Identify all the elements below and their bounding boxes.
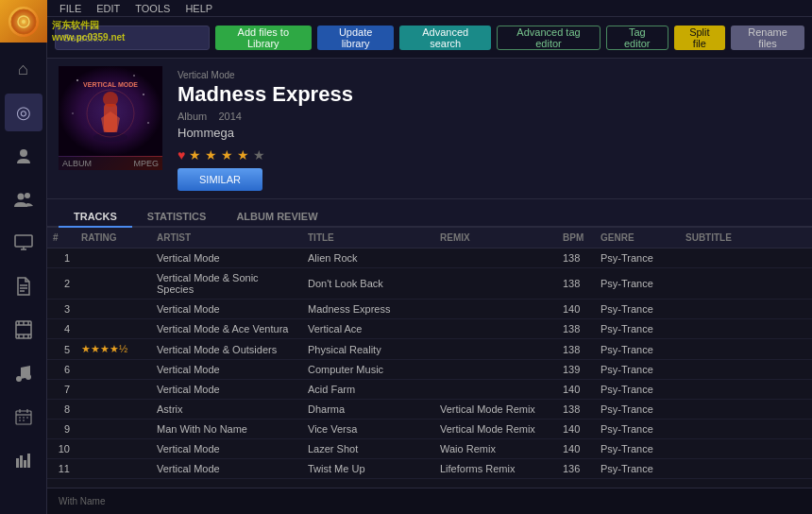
col-genre: GENRE (595, 228, 680, 248)
tab-statistics[interactable]: STATISTICS (132, 207, 222, 228)
cell-title: Madness Express (302, 300, 434, 319)
cell-rating (76, 400, 151, 420)
svg-rect-32 (16, 458, 19, 468)
menu-tools[interactable]: TOOLS (127, 3, 178, 14)
svg-point-41 (147, 122, 149, 124)
tab-album-review[interactable]: ALBUM REVIEW (221, 207, 332, 228)
cell-num: 3 (47, 300, 76, 319)
tag-editor-button[interactable]: Tag editor (606, 26, 668, 50)
split-file-button[interactable]: Split file (674, 26, 726, 50)
cell-num: 1 (47, 248, 76, 268)
col-artist: ARTIST (151, 228, 302, 248)
similar-button[interactable]: SIMILAR (178, 168, 262, 191)
svg-point-44 (103, 92, 118, 107)
star-2[interactable]: ★ (205, 147, 217, 163)
cell-artist: Vertical Mode & Ace Ventura (151, 319, 302, 339)
menu-edit[interactable]: EDIT (89, 3, 127, 14)
sidebar-item-group[interactable] (5, 180, 42, 218)
cell-bpm: 140 (557, 439, 595, 459)
star-4[interactable]: ★ (237, 147, 249, 163)
advanced-search-button[interactable]: Advanced search (399, 26, 491, 50)
col-rating: RATING (76, 228, 151, 248)
album-info: Vertical Mode Madness Express Album 2014… (178, 66, 801, 191)
table-row[interactable]: 1 Vertical Mode Alien Rock 138 Psy-Tranc… (47, 248, 812, 268)
table-row[interactable]: 7 Vertical Mode Acid Farm 140 Psy-Trance (47, 380, 812, 400)
main-content: 河东软件园 www.pc0359.net FILE EDIT TOOLS HEL… (47, 0, 812, 514)
update-library-button[interactable]: Update library (317, 26, 395, 50)
svg-point-38 (133, 75, 135, 77)
tab-tracks[interactable]: TRACKS (59, 207, 132, 228)
cell-num: 4 (47, 319, 76, 339)
cell-genre: Psy-Trance (595, 339, 680, 360)
cell-subtitle (680, 300, 812, 319)
cell-genre: Psy-Trance (595, 319, 680, 339)
album-title: Madness Express (178, 82, 801, 107)
svg-rect-34 (24, 460, 26, 468)
col-bpm: BPM (557, 228, 595, 248)
table-row[interactable]: 4 Vertical Mode & Ace Ventura Vertical A… (47, 319, 812, 339)
table-row[interactable]: 2 Vertical Mode & Sonic Species Don't Lo… (47, 268, 812, 300)
sidebar-item-music[interactable] (5, 354, 42, 392)
table-row[interactable]: 3 Vertical Mode Madness Express 140 Psy-… (47, 300, 812, 319)
cell-num: 5 (47, 339, 76, 360)
table-row[interactable]: 8 Astrix Dharma Vertical Mode Remix 138 … (47, 400, 812, 420)
table-row[interactable]: 9 Man With No Name Vice Versa Vertical M… (47, 420, 812, 439)
cell-bpm: 140 (557, 380, 595, 400)
heart-icon[interactable]: ♥ (178, 147, 185, 163)
cell-remix (434, 300, 557, 319)
sidebar-item-monitor[interactable] (5, 224, 42, 262)
cell-remix (434, 360, 557, 380)
sidebar-item-home[interactable]: ⌂ (5, 50, 42, 88)
table-row[interactable]: 5 ★★★★½ Vertical Mode & Outsiders Physic… (47, 339, 812, 360)
cell-genre: Psy-Trance (595, 248, 680, 268)
star-5[interactable]: ★ (253, 147, 265, 163)
advanced-tag-editor-button[interactable]: Advanced tag editor (497, 26, 601, 50)
table-row[interactable]: 10 Vertical Mode Lazer Shot Waio Remix 1… (47, 439, 812, 459)
cell-title: Twist Me Up (302, 459, 434, 479)
cell-bpm: 140 (557, 300, 595, 319)
star-1[interactable]: ★ (189, 147, 201, 163)
cell-genre: Psy-Trance (595, 420, 680, 439)
sidebar-item-user[interactable] (5, 137, 42, 175)
svg-point-40 (72, 112, 73, 113)
cell-title: Dharma (302, 400, 434, 420)
sidebar-item-chart[interactable] (5, 441, 42, 479)
cell-artist: Vertical Mode (151, 360, 302, 380)
rename-files-button[interactable]: Rename files (731, 26, 804, 50)
cell-genre: Psy-Trance (595, 268, 680, 300)
cell-artist: Man With No Name (151, 420, 302, 439)
table-row[interactable]: 11 Vertical Mode Twist Me Up Lifeforms R… (47, 459, 812, 479)
add-files-button[interactable]: Add files to Library (215, 26, 312, 50)
col-num: # (47, 228, 76, 248)
search-input[interactable] (55, 26, 210, 50)
sidebar-item-film[interactable] (5, 311, 42, 349)
table-row[interactable]: 6 Vertical Mode Computer Music 139 Psy-T… (47, 360, 812, 380)
cell-artist: Vertical Mode & Sonic Species (151, 268, 302, 300)
cell-remix (434, 268, 557, 300)
cell-title: Alien Rock (302, 248, 434, 268)
svg-point-2 (22, 20, 25, 24)
sidebar-item-document[interactable] (5, 267, 42, 305)
svg-point-39 (143, 94, 144, 95)
menu-file[interactable]: FILE (52, 3, 89, 14)
cell-subtitle (680, 439, 812, 459)
cell-num: 7 (47, 380, 76, 400)
cell-remix (434, 248, 557, 268)
svg-point-4 (17, 194, 24, 200)
cell-remix: Vertical Mode Remix (434, 400, 557, 420)
cell-remix: Waio Remix (434, 439, 557, 459)
menubar: FILE EDIT TOOLS HELP (47, 0, 812, 17)
col-remix: REMIX (434, 228, 557, 248)
cell-rating (76, 248, 151, 268)
cell-rating: ★★★★½ (76, 339, 151, 360)
sidebar-item-calendar[interactable] (5, 398, 42, 436)
cell-rating (76, 319, 151, 339)
cell-subtitle (680, 420, 812, 439)
cell-remix (434, 319, 557, 339)
star-3[interactable]: ★ (221, 147, 233, 163)
cell-artist: Vertical Mode & Outsiders (151, 339, 302, 360)
cell-num: 10 (47, 439, 76, 459)
sidebar-item-disc[interactable]: ◎ (5, 94, 42, 131)
album-series-label: Vertical Mode (178, 70, 801, 80)
menu-help[interactable]: HELP (178, 3, 220, 14)
